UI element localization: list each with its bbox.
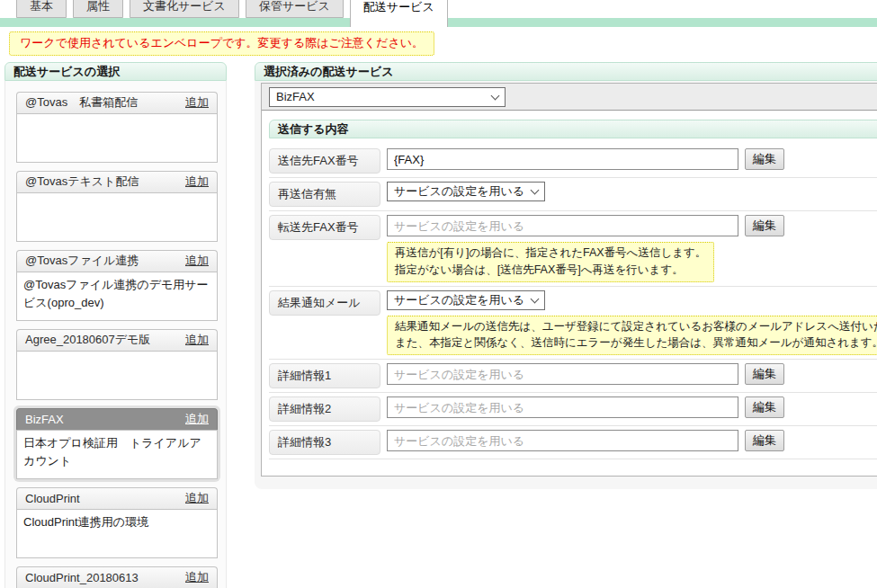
chevron-down-icon bbox=[531, 186, 540, 195]
service-name: CloudPrint bbox=[25, 492, 80, 505]
service-select[interactable]: BizFAX bbox=[269, 87, 506, 107]
service-name: BizFAX bbox=[25, 413, 64, 426]
left-panel-title: 配送サービスの選択 bbox=[4, 62, 227, 81]
service-description bbox=[16, 351, 218, 400]
detail-info-1-input[interactable] bbox=[387, 363, 738, 385]
row-resend-flag: 再送信有無 サービスの設定を用いる bbox=[269, 178, 877, 211]
row-forward-fax: 転送先FAX番号 編集 再送信が[有り]の場合に、指定されたFAX番号へ送信しま… bbox=[269, 211, 877, 287]
service-item-bizfax-selected: BizFAX 追加 日本オプロ検証用 トライアルアカウント bbox=[16, 408, 218, 479]
service-select-value: BizFAX bbox=[276, 90, 315, 103]
detail-info-3-input[interactable] bbox=[387, 430, 738, 451]
resend-flag-select[interactable]: サービスの設定を用いる bbox=[387, 182, 545, 201]
service-item-tovas-poste: @Tovas 私書箱配信 追加 bbox=[16, 92, 218, 163]
add-service-link[interactable]: 追加 bbox=[185, 174, 209, 190]
result-mail-select[interactable]: サービスの設定を用いる bbox=[387, 290, 545, 310]
tab-basic[interactable]: 基本 bbox=[16, 0, 67, 18]
send-content-section-title: 送信する内容 bbox=[269, 120, 877, 138]
edit-detail-info-3-button[interactable]: 編集 bbox=[745, 430, 784, 451]
tab-attributes[interactable]: 属性 bbox=[73, 0, 123, 18]
send-content-form: 送信する内容 送信先FAX番号 編集 再送信有無 bbox=[262, 111, 877, 476]
delivery-service-selection-panel: 配送サービスの選択 @Tovas 私書箱配信 追加 @Tovasテキスト配信 追… bbox=[4, 62, 227, 588]
service-select-toolbar: BizFAX bbox=[262, 84, 877, 111]
service-config-box: BizFAX 送信する内容 送信先FAX番号 編集 bbox=[261, 83, 877, 477]
row-destination-fax: 送信先FAX番号 編集 bbox=[269, 145, 877, 178]
field-label: 詳細情報3 bbox=[269, 430, 380, 455]
service-name: @Tovas 私書箱配信 bbox=[25, 94, 138, 111]
service-description bbox=[16, 192, 218, 242]
resend-flag-select-value: サービスの設定を用いる bbox=[394, 183, 524, 200]
tab-bar: 基本 属性 文書化サービス 保管サービス 配送サービス bbox=[0, 0, 877, 27]
service-item-header[interactable]: @Tovas 私書箱配信 追加 bbox=[16, 92, 218, 113]
result-mail-note: 結果通知メールの送信先は、ユーザ登録にて設定されているお客様のメールアドレスへ送… bbox=[387, 316, 877, 356]
add-service-link[interactable]: 追加 bbox=[185, 332, 209, 348]
service-description bbox=[16, 113, 218, 163]
forward-fax-note: 再送信が[有り]の場合に、指定されたFAX番号へ送信します。 指定がない場合は、… bbox=[387, 242, 714, 282]
service-name: Agree_20180607デモ版 bbox=[25, 332, 150, 348]
result-mail-select-value: サービスの設定を用いる bbox=[394, 292, 524, 308]
service-item-header[interactable]: CloudPrint_20180613 追加 bbox=[16, 566, 218, 588]
edit-destination-fax-button[interactable]: 編集 bbox=[745, 148, 784, 170]
field-label: 詳細情報1 bbox=[269, 363, 380, 388]
tab-documentation-service[interactable]: 文書化サービス bbox=[130, 0, 239, 18]
detail-info-2-input[interactable] bbox=[387, 396, 738, 418]
service-item-header[interactable]: @Tovasファイル連携 追加 bbox=[16, 250, 218, 272]
chevron-down-icon bbox=[491, 91, 500, 100]
row-detail-info-1: 詳細情報1 編集 bbox=[269, 360, 877, 393]
add-service-link[interactable]: 追加 bbox=[185, 253, 209, 269]
edit-detail-info-1-button[interactable]: 編集 bbox=[745, 363, 784, 385]
field-label: 転送先FAX番号 bbox=[269, 215, 380, 240]
right-panel-title: 選択済みの配送サービス bbox=[255, 62, 877, 81]
service-item-agree-demo: Agree_20180607デモ版 追加 bbox=[16, 329, 218, 400]
service-item-tovas-text: @Tovasテキスト配信 追加 bbox=[16, 171, 218, 242]
row-result-notification-mail: 結果通知メール サービスの設定を用いる 結果通知メールの送信先は、ユーザ登録にて… bbox=[269, 287, 877, 361]
service-item-cloudprint: CloudPrint 追加 CloudPrint連携用の環境 bbox=[16, 487, 218, 558]
main-area: 配送サービスの選択 @Tovas 私書箱配信 追加 @Tovasテキスト配信 追… bbox=[0, 62, 877, 588]
add-service-link[interactable]: 追加 bbox=[185, 94, 209, 111]
add-service-link[interactable]: 追加 bbox=[185, 411, 209, 427]
service-item-header[interactable]: @Tovasテキスト配信 追加 bbox=[16, 171, 218, 192]
edit-forward-fax-button[interactable]: 編集 bbox=[745, 215, 784, 236]
service-description: @Tovasファイル連携のデモ用サービス(opro_dev) bbox=[16, 272, 218, 321]
service-item-tovas-file: @Tovasファイル連携 追加 @Tovasファイル連携のデモ用サービス(opr… bbox=[16, 250, 218, 321]
tab-delivery-service[interactable]: 配送サービス bbox=[350, 0, 448, 27]
service-name: @Tovasテキスト配信 bbox=[25, 174, 139, 190]
service-item-header[interactable]: BizFAX 追加 bbox=[16, 408, 218, 430]
field-label: 結果通知メール bbox=[269, 290, 380, 316]
service-list: @Tovas 私書箱配信 追加 @Tovasテキスト配信 追加 @Tovasファ… bbox=[4, 81, 227, 588]
service-name: @Tovasファイル連携 bbox=[25, 253, 139, 269]
add-service-link[interactable]: 追加 bbox=[185, 490, 209, 506]
right-panel-body: BizFAX 送信する内容 送信先FAX番号 編集 bbox=[255, 81, 877, 489]
field-label: 詳細情報2 bbox=[269, 396, 380, 422]
field-label: 送信先FAX番号 bbox=[269, 148, 380, 174]
service-item-header[interactable]: CloudPrint 追加 bbox=[16, 487, 218, 509]
chevron-down-icon bbox=[531, 294, 540, 303]
row-detail-info-3: 詳細情報3 編集 bbox=[269, 426, 877, 459]
service-description: 日本オプロ検証用 トライアルアカウント bbox=[16, 430, 218, 479]
service-item-header[interactable]: Agree_20180607デモ版 追加 bbox=[16, 329, 218, 351]
edit-detail-info-2-button[interactable]: 編集 bbox=[745, 396, 784, 418]
tab-storage-service[interactable]: 保管サービス bbox=[246, 0, 344, 18]
service-item-cloudprint-20180613: CloudPrint_20180613 追加 bbox=[16, 566, 218, 588]
field-label: 再送信有無 bbox=[269, 182, 380, 207]
destination-fax-input[interactable] bbox=[387, 148, 738, 170]
selected-delivery-service-panel: 選択済みの配送サービス BizFAX 送信する内容 送信先FAX番号 bbox=[255, 62, 877, 489]
row-detail-info-2: 詳細情報2 編集 bbox=[269, 393, 877, 426]
service-description: CloudPrint連携用の環境 bbox=[16, 509, 218, 558]
add-service-link[interactable]: 追加 bbox=[185, 569, 209, 585]
envelope-warning-message: ワークで使用されているエンベロープです。変更する際はご注意ください。 bbox=[9, 31, 434, 56]
forward-fax-input[interactable] bbox=[387, 215, 738, 236]
service-name: CloudPrint_20180613 bbox=[25, 571, 139, 584]
